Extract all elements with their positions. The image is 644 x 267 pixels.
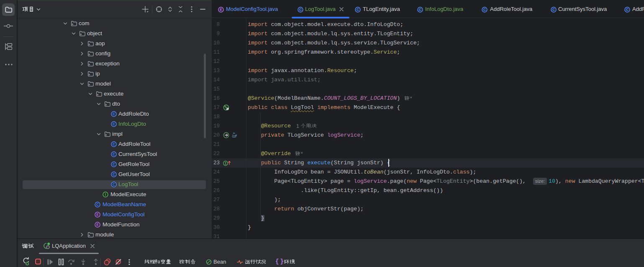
svg-text:E: E <box>96 223 99 227</box>
svg-text:E: E <box>96 213 99 217</box>
svg-text:C: C <box>113 142 115 146</box>
svg-text:C: C <box>299 8 302 12</box>
svg-text:C: C <box>113 162 115 166</box>
svg-text:C: C <box>357 8 359 12</box>
svg-text:C: C <box>113 112 115 116</box>
svg-text:C: C <box>552 8 555 12</box>
svg-text:C: C <box>113 182 115 187</box>
svg-text:C: C <box>96 202 99 207</box>
svg-text:C: C <box>483 8 486 12</box>
svg-text:C: C <box>626 8 629 12</box>
svg-text:E: E <box>220 8 222 12</box>
svg-text:C: C <box>113 152 115 156</box>
svg-text:I: I <box>105 192 106 197</box>
svg-text:C: C <box>113 172 115 176</box>
svg-text:C: C <box>419 8 421 12</box>
svg-text:C: C <box>113 122 115 126</box>
